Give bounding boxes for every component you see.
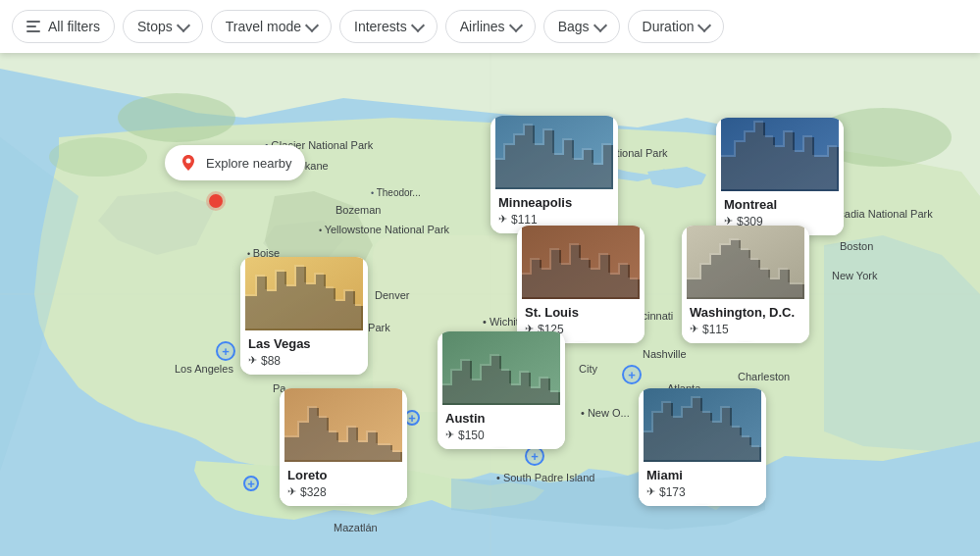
plane-icon-austin: ✈ xyxy=(445,429,454,441)
bags-chevron-icon xyxy=(593,18,606,31)
stops-chevron-icon xyxy=(177,18,190,31)
plane-icon-miami: ✈ xyxy=(646,485,655,498)
card-image-austin xyxy=(438,331,565,405)
plane-icon-loreto: ✈ xyxy=(287,485,296,498)
price-value-washington: $115 xyxy=(702,323,729,336)
card-name-washington: Washington, D.C. xyxy=(690,305,801,321)
duration-chevron-icon xyxy=(697,18,711,31)
destination-card-minneapolis[interactable]: Minneapolis ✈ $111 xyxy=(490,116,618,233)
destination-card-washington[interactable]: Washington, D.C. ✈ $115 xyxy=(682,226,809,343)
card-price-austin: ✈ $150 xyxy=(445,429,557,442)
travel-mode-chevron-icon xyxy=(305,18,319,31)
card-info-las_vegas: Las Vegas ✈ $88 xyxy=(240,330,368,375)
svg-point-9 xyxy=(186,159,191,164)
card-price-loreto: ✈ $328 xyxy=(287,485,399,499)
airlines-chevron-icon xyxy=(509,18,523,31)
card-image-montreal xyxy=(716,118,844,191)
card-image-loreto xyxy=(280,388,407,462)
card-name-miami: Miami xyxy=(646,468,758,483)
card-price-las_vegas: ✈ $88 xyxy=(248,354,360,368)
card-name-austin: Austin xyxy=(445,411,557,427)
card-price-washington: ✈ $115 xyxy=(690,323,801,336)
airlines-filter-button[interactable]: Airlines xyxy=(445,10,536,43)
price-value-minneapolis: $111 xyxy=(511,213,538,227)
card-image-washington xyxy=(682,226,809,299)
card-name-loreto: Loreto xyxy=(287,468,399,483)
duration-label: Duration xyxy=(643,19,695,34)
card-name-minneapolis: Minneapolis xyxy=(498,195,610,211)
price-value-loreto: $328 xyxy=(300,485,327,499)
all-filters-label: All filters xyxy=(48,19,100,34)
interests-label: Interests xyxy=(354,19,407,34)
stops-filter-button[interactable]: Stops xyxy=(123,10,203,43)
card-image-minneapolis xyxy=(490,116,618,189)
destination-card-miami[interactable]: Miami ✈ $173 xyxy=(639,388,766,506)
destination-card-las_vegas[interactable]: Las Vegas ✈ $88 xyxy=(240,257,368,375)
filter-icon xyxy=(26,21,40,32)
map-circle-marker-6 xyxy=(622,365,642,384)
map-circle-marker-10 xyxy=(243,476,259,491)
duration-filter-button[interactable]: Duration xyxy=(628,10,725,43)
stops-label: Stops xyxy=(137,19,173,34)
card-name-montreal: Montreal xyxy=(724,197,836,213)
destination-card-montreal[interactable]: Montreal ✈ $309 xyxy=(716,118,844,235)
plane-icon-minneapolis: ✈ xyxy=(498,213,507,226)
bags-filter-button[interactable]: Bags xyxy=(543,10,620,43)
user-location-dot xyxy=(209,194,223,208)
card-info-washington: Washington, D.C. ✈ $115 xyxy=(682,299,809,343)
card-image-miami xyxy=(639,388,766,462)
airlines-label: Airlines xyxy=(460,19,505,34)
travel-mode-label: Travel mode xyxy=(226,19,301,34)
interests-filter-button[interactable]: Interests xyxy=(339,10,438,43)
all-filters-button[interactable]: All filters xyxy=(12,10,115,43)
explore-nearby-label: Explore nearby xyxy=(206,156,291,171)
card-info-loreto: Loreto ✈ $328 xyxy=(280,462,407,506)
travel-mode-filter-button[interactable]: Travel mode xyxy=(211,10,332,43)
card-info-miami: Miami ✈ $173 xyxy=(639,462,766,506)
plane-icon-las_vegas: ✈ xyxy=(248,354,257,367)
card-info-austin: Austin ✈ $150 xyxy=(438,405,565,449)
destination-card-loreto[interactable]: Loreto ✈ $328 xyxy=(280,388,407,506)
card-image-las_vegas xyxy=(240,257,368,330)
plane-icon-washington: ✈ xyxy=(690,323,698,335)
interests-chevron-icon xyxy=(411,18,425,31)
explore-nearby-button[interactable]: Explore nearby xyxy=(165,145,305,180)
svg-point-3 xyxy=(49,137,147,177)
card-price-miami: ✈ $173 xyxy=(646,485,758,499)
destination-card-austin[interactable]: Austin ✈ $150 xyxy=(438,331,565,449)
card-name-las_vegas: Las Vegas xyxy=(248,336,360,352)
card-image-st_louis xyxy=(517,226,645,299)
location-pin-icon xyxy=(179,153,198,173)
map-circle-marker-8 xyxy=(525,446,544,466)
price-value-las_vegas: $88 xyxy=(261,354,281,368)
map-circle-marker-1 xyxy=(216,341,235,361)
price-value-austin: $150 xyxy=(458,429,485,442)
card-price-minneapolis: ✈ $111 xyxy=(498,213,610,227)
destination-card-st_louis[interactable]: St. Louis ✈ $125 xyxy=(517,226,645,343)
toolbar: All filters Stops Travel mode Interests … xyxy=(0,0,980,53)
price-value-miami: $173 xyxy=(659,485,686,499)
svg-point-2 xyxy=(118,93,235,142)
bags-label: Bags xyxy=(558,19,590,34)
card-name-st_louis: St. Louis xyxy=(525,305,637,321)
